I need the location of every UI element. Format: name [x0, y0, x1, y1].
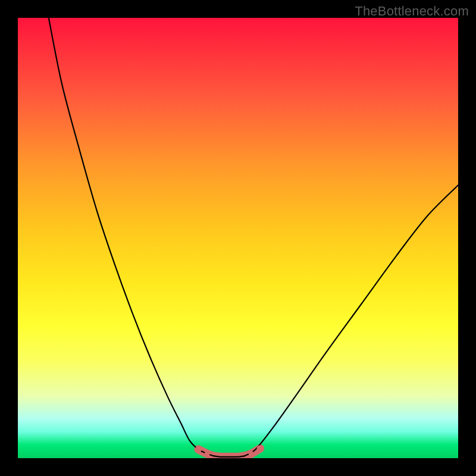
curve-right — [245, 185, 458, 456]
valley-dot — [205, 451, 210, 456]
chart-frame: TheBottleneck.com — [0, 0, 476, 476]
valley-dot — [195, 446, 202, 453]
valley-dot — [249, 451, 254, 456]
valley-dot — [257, 445, 264, 452]
plot-area — [18, 18, 458, 458]
curve-layer — [18, 18, 458, 458]
watermark-text: TheBottleneck.com — [355, 4, 469, 19]
curve-left — [49, 18, 214, 456]
